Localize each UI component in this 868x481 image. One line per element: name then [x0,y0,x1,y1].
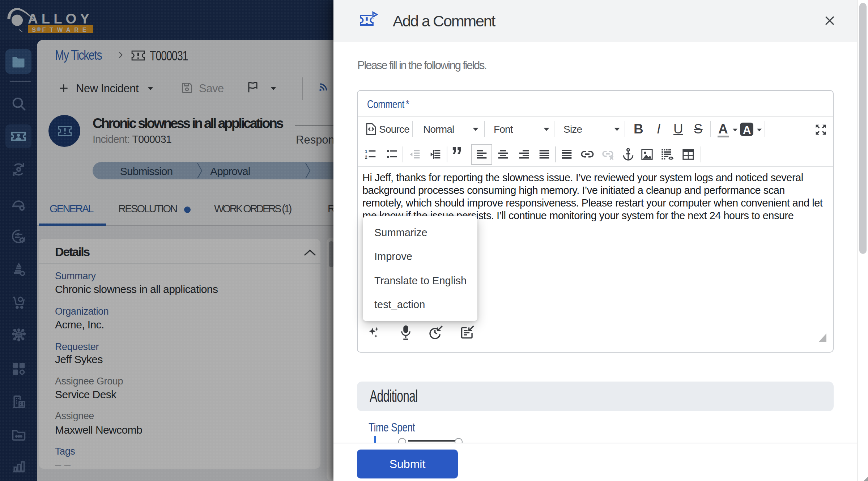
svg-text:2: 2 [365,155,367,160]
svg-text:1: 1 [365,149,367,154]
